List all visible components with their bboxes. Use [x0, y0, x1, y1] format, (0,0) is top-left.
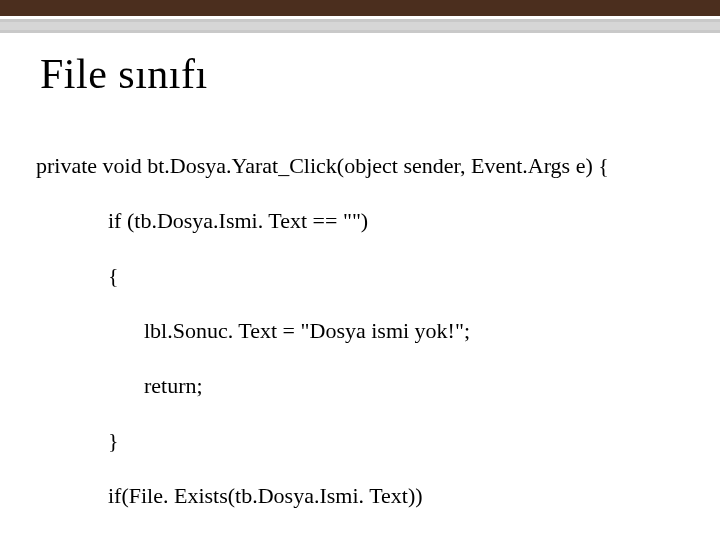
code-line: if (tb.Dosya.Ismi. Text == "")	[36, 207, 690, 235]
header-bars	[0, 0, 720, 33]
code-block: private void bt.Dosya.Yarat_Click(object…	[36, 124, 690, 540]
code-line: lbl.Sonuc. Text = "Dosya ismi yok!";	[36, 317, 690, 345]
bar-grey-band	[0, 22, 720, 30]
code-line: return;	[36, 372, 690, 400]
code-line: private void bt.Dosya.Yarat_Click(object…	[36, 152, 690, 180]
code-line: }	[36, 427, 690, 455]
slide-title: File sınıfı	[40, 50, 208, 98]
code-line: {	[36, 537, 690, 541]
bar-brown	[0, 0, 720, 16]
bar-grey-bottom	[0, 30, 720, 33]
slide: File sınıfı private void bt.Dosya.Yarat_…	[0, 0, 720, 540]
code-line: {	[36, 262, 690, 290]
code-line: if(File. Exists(tb.Dosya.Ismi. Text))	[36, 482, 690, 510]
